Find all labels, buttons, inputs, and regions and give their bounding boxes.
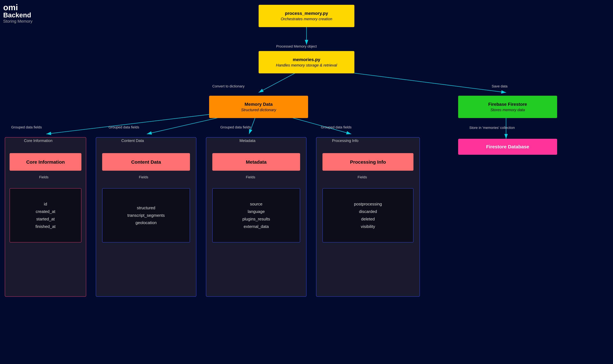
firebase-node: Firebase Firestore Stores memory data: [458, 96, 557, 118]
metadata-section-title: Metadata: [240, 138, 255, 143]
metadata-node: Metadata: [212, 153, 300, 171]
metadata-fields-label: Fields: [246, 175, 255, 179]
content-fields-text: structured transcript_segments geolocati…: [127, 204, 165, 226]
core-info-section-title: Core Information: [24, 138, 53, 143]
logo-backend: Backend: [3, 12, 33, 19]
content-fields-label: Fields: [139, 175, 148, 179]
processing-fields-text: postprocessing discarded deleted visibil…: [354, 200, 382, 230]
grouped-label-1: Grouped data fields: [11, 125, 42, 129]
metadata-fields-box: source language plugins_results external…: [212, 188, 300, 242]
core-fields-label: Fields: [39, 175, 49, 179]
processed-memory-label: Processed Memory object: [276, 44, 317, 49]
memory-data-node: Memory Data Structured dictionary: [209, 96, 308, 118]
grouped-label-2: Grouped data fields: [108, 125, 139, 129]
processing-info-section-title: Processing Info: [332, 138, 358, 143]
logo: omi Backend Storing Memory: [3, 3, 33, 24]
grouped-label-3: Grouped data fields: [220, 125, 251, 129]
content-fields-box: structured transcript_segments geolocati…: [102, 188, 190, 242]
logo-omi: omi: [3, 3, 33, 12]
content-data-section-title: Content Data: [121, 138, 144, 143]
processing-fields-box: postprocessing discarded deleted visibil…: [322, 188, 413, 242]
firestore-db-node: Firestore Database: [458, 139, 557, 155]
convert-label: Convert to dictionary: [212, 84, 245, 88]
processing-info-node: Processing Info: [322, 153, 413, 171]
core-fields-text: id created_at started_at finished_at: [35, 200, 55, 230]
processing-fields-label: Fields: [358, 175, 367, 179]
store-label: Store in 'memories' collection: [469, 126, 515, 130]
logo-subtitle: Storing Memory: [3, 19, 33, 24]
process-memory-node: process_memory.py Orchestrates memory cr…: [259, 5, 354, 27]
core-info-node: Core Information: [10, 153, 81, 171]
metadata-fields-text: source language plugins_results external…: [242, 200, 270, 230]
memories-node: memories.py Handles memory storage & ret…: [259, 51, 354, 73]
core-fields-box: id created_at started_at finished_at: [10, 188, 81, 242]
grouped-label-4: Grouped data fields: [321, 125, 351, 129]
save-label: Save data: [492, 84, 507, 88]
content-data-node: Content Data: [102, 153, 190, 171]
